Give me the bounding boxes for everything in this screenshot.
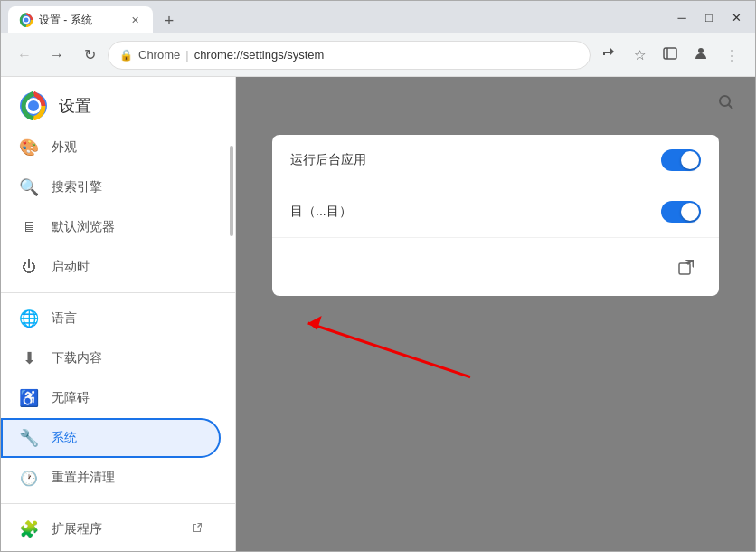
system-label: 系统 [52, 430, 203, 446]
omnibox-chrome-label: Chrome [138, 48, 180, 62]
menu-icon: ⋮ [725, 47, 739, 63]
sidebar: 设置 🎨 外观 🔍 搜索引擎 🖥 默认浏览器 [1, 77, 236, 551]
sidebar-item-reset[interactable]: 🕐 重置并清理 [1, 458, 221, 498]
system-icon: 🔧 [19, 428, 39, 448]
omnibox-url: chrome://settings/system [194, 48, 325, 62]
sidebar-item-accessibility[interactable]: ♿ 无障碍 [1, 378, 221, 418]
close-button[interactable]: ✕ [724, 8, 748, 26]
background-apps-toggle[interactable] [661, 149, 701, 171]
reset-icon: 🕐 [19, 470, 39, 487]
share-button[interactable] [594, 41, 623, 70]
maximize-button[interactable]: □ [697, 8, 721, 26]
bookmark-button[interactable]: ☆ [625, 41, 654, 70]
toolbar-actions: ☆ ⋮ [594, 41, 746, 70]
settings-search-button[interactable] [712, 88, 741, 117]
proxy-external-link-button[interactable] [672, 252, 701, 281]
appearance-icon: 🎨 [19, 138, 39, 157]
bookmark-icon: ☆ [634, 47, 646, 63]
settings-row-proxy [272, 238, 719, 296]
language-label: 语言 [52, 310, 203, 327]
hardware-accel-label: 目（...目） [290, 204, 661, 220]
sidebar-divider-2 [1, 503, 235, 504]
address-bar: ← → ↻ 🔒 Chrome | chrome://settings/syste… [1, 33, 755, 77]
svg-rect-3 [664, 48, 676, 59]
svg-line-15 [308, 323, 470, 377]
main-content: 设置 🎨 外观 🔍 搜索引擎 🖥 默认浏览器 [1, 77, 755, 551]
tab-title: 设置 - 系统 [39, 13, 122, 28]
search-label: 搜索引擎 [52, 179, 203, 195]
downloads-icon: ⬇ [19, 348, 39, 368]
profile-button[interactable] [686, 41, 715, 70]
share-icon [601, 46, 616, 63]
startup-label: 启动时 [52, 259, 203, 275]
page-content-area: 运行后台应用 目（...目） [236, 77, 755, 551]
forward-icon: → [50, 47, 64, 63]
svg-point-2 [24, 18, 29, 23]
sidebar-item-extensions[interactable]: 🧩 扩展程序 [1, 509, 221, 549]
refresh-icon: ↻ [84, 46, 96, 63]
background-apps-text: 运行后台应用 [290, 152, 661, 168]
sidebar-item-language[interactable]: 🌐 语言 [1, 299, 221, 338]
appearance-label: 外观 [52, 139, 203, 156]
sidebar-item-appearance[interactable]: 🎨 外观 [1, 128, 221, 167]
hardware-accel-text: 目（...目） [290, 204, 661, 220]
external-link-icon [678, 259, 695, 275]
sidebar-icon [663, 46, 677, 63]
downloads-label: 下载内容 [52, 350, 203, 366]
omnibox[interactable]: 🔒 Chrome | chrome://settings/system [108, 41, 591, 70]
language-icon: 🌐 [19, 309, 39, 328]
hardware-accel-toggle[interactable] [661, 201, 701, 223]
sidebar-item-startup[interactable]: ⏻ 启动时 [1, 247, 221, 287]
settings-row-background-apps: 运行后台应用 [272, 135, 719, 186]
window-controls: ─ □ ✕ [670, 8, 748, 26]
page-header [236, 77, 755, 128]
startup-icon: ⏻ [19, 259, 39, 275]
sidebar-title: 设置 [59, 95, 91, 117]
sidebar-item-downloads[interactable]: ⬇ 下载内容 [1, 338, 221, 378]
profile-icon [694, 46, 708, 63]
refresh-button[interactable]: ↻ [75, 41, 104, 70]
back-icon: ← [17, 47, 32, 63]
accessibility-icon: ♿ [19, 388, 39, 408]
sidebar-item-system[interactable]: 🔧 系统 [1, 418, 221, 458]
sidebar-item-about[interactable]: 关于 Chrome [1, 549, 221, 551]
svg-point-12 [720, 96, 730, 106]
menu-button[interactable]: ⋮ [717, 41, 746, 70]
search-engine-icon: 🔍 [19, 177, 39, 197]
settings-content: 运行后台应用 目（...目） [254, 135, 737, 296]
default-browser-label: 默认浏览器 [52, 219, 203, 235]
sidebar-item-search[interactable]: 🔍 搜索引擎 [1, 167, 221, 207]
window-frame: 设置 - 系统 ✕ + ─ □ ✕ ← → ↻ 🔒 Chrome | chrom… [0, 0, 756, 552]
settings-row-hardware-accel: 目（...目） [272, 186, 719, 238]
chrome-logo-icon [19, 91, 48, 120]
sidebar-toggle-button[interactable] [656, 41, 685, 70]
back-button[interactable]: ← [10, 41, 39, 70]
extensions-label: 扩展程序 [52, 521, 178, 538]
settings-section-system: 运行后台应用 目（...目） [272, 135, 719, 296]
sidebar-item-default-browser[interactable]: 🖥 默认浏览器 [1, 207, 221, 247]
omnibox-separator: | [185, 48, 188, 62]
svg-point-8 [28, 100, 39, 111]
security-icon: 🔒 [119, 49, 133, 62]
minimize-button[interactable]: ─ [670, 8, 694, 26]
extensions-external-link-icon [191, 522, 203, 537]
svg-point-5 [698, 48, 704, 53]
sidebar-divider-1 [1, 292, 235, 293]
active-tab[interactable]: 设置 - 系统 ✕ [8, 6, 153, 33]
tab-close-button[interactable]: ✕ [128, 13, 142, 27]
svg-marker-16 [308, 316, 322, 330]
tab-favicon [19, 13, 33, 27]
tab-area: 设置 - 系统 ✕ + [8, 1, 663, 33]
sidebar-header: 设置 [1, 77, 235, 128]
new-tab-button[interactable]: + [156, 8, 182, 33]
sidebar-items-list: 🎨 外观 🔍 搜索引擎 🖥 默认浏览器 ⏻ 启动时 [1, 128, 235, 551]
extensions-icon: 🧩 [19, 519, 39, 539]
reset-label: 重置并清理 [52, 470, 203, 486]
default-browser-icon: 🖥 [19, 219, 39, 235]
svg-line-13 [729, 105, 733, 109]
search-icon [718, 94, 734, 110]
title-bar: 设置 - 系统 ✕ + ─ □ ✕ [1, 1, 755, 33]
forward-button[interactable]: → [43, 41, 71, 70]
accessibility-label: 无障碍 [52, 390, 203, 406]
sidebar-scrollbar-thumb[interactable] [230, 146, 233, 236]
